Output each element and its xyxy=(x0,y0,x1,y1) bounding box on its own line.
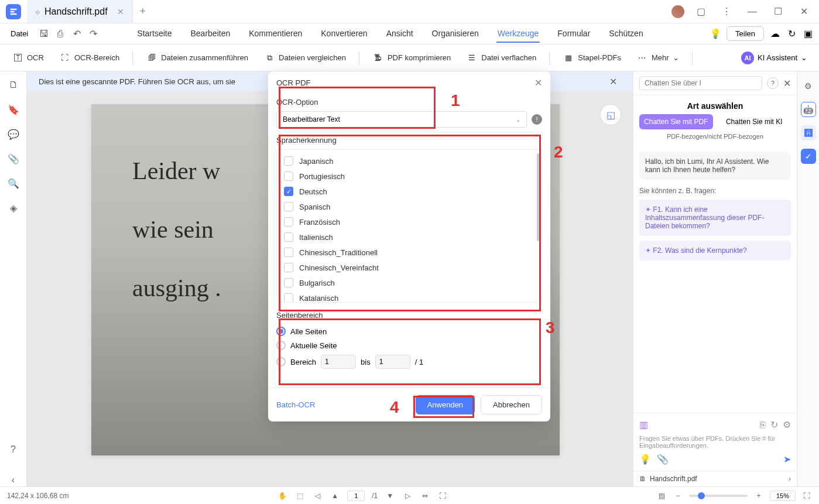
lang-item[interactable]: Chinesisch_Vereinfacht xyxy=(280,260,538,275)
close-button[interactable]: ✕ xyxy=(794,2,813,21)
user-avatar[interactable] xyxy=(671,5,684,18)
page-icon[interactable]: 🗋 xyxy=(7,78,20,91)
layers-icon[interactable]: ◈ xyxy=(7,201,20,214)
suggestion-2[interactable]: F2. Was sind die Kernpunkte? xyxy=(639,241,791,260)
settings-icon[interactable]: ⚙ xyxy=(783,419,791,430)
prev-page-icon[interactable]: ◁ xyxy=(312,491,323,501)
next-page-icon[interactable]: ▷ xyxy=(402,491,413,501)
undo-icon[interactable]: ↶ xyxy=(71,29,82,39)
zoom-out-icon[interactable]: − xyxy=(673,491,683,501)
checkbox[interactable] xyxy=(284,202,293,211)
zoom-in-icon[interactable]: + xyxy=(753,491,764,501)
print-icon[interactable]: ⎙ xyxy=(55,29,66,39)
lang-item[interactable]: Französisch xyxy=(280,214,538,229)
ai-search-input[interactable] xyxy=(639,76,762,90)
lang-item[interactable]: ✓Deutsch xyxy=(280,184,538,199)
lang-item[interactable]: Chinesisch_Traditionell xyxy=(280,245,538,260)
checkbox[interactable] xyxy=(284,263,293,272)
ai-robot-icon[interactable]: 🤖 xyxy=(801,102,816,117)
pdf-icon[interactable]: ▥ xyxy=(639,419,648,430)
compare-button[interactable]: ⧉ Dateien vergleichen xyxy=(258,49,352,67)
menu-organisieren[interactable]: Organisieren xyxy=(431,25,480,43)
help-icon[interactable]: ? xyxy=(767,77,779,89)
checkbox[interactable] xyxy=(284,217,293,227)
tab-chat-pdf[interactable]: Chatten Sie mit PDF xyxy=(639,114,713,129)
radio[interactable] xyxy=(276,357,286,366)
ocr-option-select[interactable]: Bearbeitbarer Text ⌄ xyxy=(276,111,527,128)
fit-page-icon[interactable]: ⛶ xyxy=(437,491,448,501)
scrollbar[interactable] xyxy=(537,153,540,241)
save-icon[interactable]: 🖫 xyxy=(39,29,49,39)
down-icon[interactable]: ▼ xyxy=(385,491,395,501)
radio-range[interactable]: Bereich bis / 1 xyxy=(276,352,542,371)
document-tab[interactable]: ⟐ Handschrift.pdf ✕ xyxy=(27,0,133,23)
lang-item[interactable]: Japanisch xyxy=(280,153,538,169)
radio-all-pages[interactable]: Alle Seiten xyxy=(276,324,542,338)
checkbox[interactable] xyxy=(284,172,293,181)
menu-startseite[interactable]: Startseite xyxy=(136,25,173,43)
check-icon[interactable]: ✓ xyxy=(801,149,816,164)
checkbox[interactable]: ✓ xyxy=(284,187,293,196)
search-icon[interactable]: 🔍 xyxy=(7,177,20,190)
lang-item[interactable]: Bulgarisch xyxy=(280,275,538,290)
dialog-close-button[interactable]: ✕ xyxy=(534,77,542,88)
more-button[interactable]: ⋯ Mehr ⌄ xyxy=(630,49,685,67)
suggestion-1[interactable]: F1. Kann ich eine Inhaltszusammenfassung… xyxy=(639,200,791,236)
menu-kommentieren[interactable]: Kommentieren xyxy=(248,25,303,43)
lang-item[interactable]: Katalanisch xyxy=(280,290,538,303)
history-icon[interactable]: ↻ xyxy=(770,419,778,430)
apply-button[interactable]: Anwenden xyxy=(416,395,475,414)
hand-tool-icon[interactable]: ✋ xyxy=(277,491,287,501)
compress-button[interactable]: 🗜 PDF komprimieren xyxy=(366,49,457,67)
maximize-button[interactable]: ☐ xyxy=(769,2,787,21)
lang-item[interactable]: Portugiesisch xyxy=(280,169,538,184)
page-input[interactable] xyxy=(347,491,365,501)
redo-icon[interactable]: ↷ xyxy=(88,29,98,39)
language-list[interactable]: Japanisch Portugiesisch ✓Deutsch Spanisc… xyxy=(276,149,542,303)
ki-assistent-button[interactable]: AI KI Assistent ⌄ xyxy=(735,48,813,68)
fullscreen-icon[interactable]: ⛶ xyxy=(801,491,812,501)
chevron-right-icon[interactable]: › xyxy=(789,475,791,483)
menu-konvertieren[interactable]: Konvertieren xyxy=(320,25,368,43)
fit-width-icon[interactable]: ⇔ xyxy=(420,491,430,501)
menu-werkzeuge[interactable]: Werkzeuge xyxy=(496,25,540,43)
range-from-input[interactable] xyxy=(321,355,356,369)
checkbox[interactable] xyxy=(284,278,293,287)
tab-close-icon[interactable]: ✕ xyxy=(117,7,124,16)
bookmark-icon[interactable]: 🔖 xyxy=(7,103,20,116)
radio-current-page[interactable]: Aktuelle Seite xyxy=(276,338,542,352)
batch-ocr-link[interactable]: Batch-OCR xyxy=(276,400,315,409)
checkbox[interactable] xyxy=(284,293,293,303)
send-button[interactable]: ➤ xyxy=(783,454,791,465)
tab-chat-ki[interactable]: Chatten Sie mit KI xyxy=(718,114,791,129)
ocr-button[interactable]: 🅃 OCR xyxy=(6,49,50,67)
cloud-icon[interactable]: ☁ xyxy=(770,29,780,39)
flatten-button[interactable]: ☰ Datei verflachen xyxy=(460,49,542,67)
cancel-button[interactable]: Abbrechen xyxy=(481,395,542,414)
checkbox[interactable] xyxy=(284,232,293,242)
lightbulb-icon[interactable]: 💡 xyxy=(639,454,651,465)
sliders-icon[interactable]: ⚙ xyxy=(801,78,816,94)
comment-icon[interactable]: 💬 xyxy=(7,128,20,140)
menu-formular[interactable]: Formular xyxy=(556,25,591,43)
attachment-icon[interactable]: 📎 xyxy=(7,152,20,165)
merge-button[interactable]: 🗐 Dateien zusammenführen xyxy=(140,49,254,67)
file-reference[interactable]: 🗎 Handschrift.pdf › xyxy=(633,471,797,486)
collapse-icon[interactable]: ‹ xyxy=(7,474,20,486)
checkbox[interactable] xyxy=(284,248,293,257)
lang-item[interactable]: Spanisch xyxy=(280,199,538,214)
lightbulb-icon[interactable]: 💡 xyxy=(710,29,721,39)
zoom-input[interactable] xyxy=(770,491,796,501)
up-icon[interactable]: ▲ xyxy=(330,491,340,501)
select-tool-icon[interactable]: ⬚ xyxy=(294,491,305,501)
sync-icon[interactable]: ↻ xyxy=(786,29,797,39)
app-logo[interactable] xyxy=(6,4,21,19)
lang-item[interactable]: Italienisch xyxy=(280,229,538,245)
share-button[interactable]: Teilen xyxy=(727,26,764,41)
layout-icon[interactable]: ▢ xyxy=(691,2,710,21)
more-icon[interactable]: ⋮ xyxy=(717,2,736,21)
range-to-input[interactable] xyxy=(375,355,410,369)
view-mode-icon[interactable]: ▤ xyxy=(656,491,667,501)
add-tab-button[interactable]: + xyxy=(133,5,153,18)
attachment-icon[interactable]: 📎 xyxy=(657,454,669,465)
